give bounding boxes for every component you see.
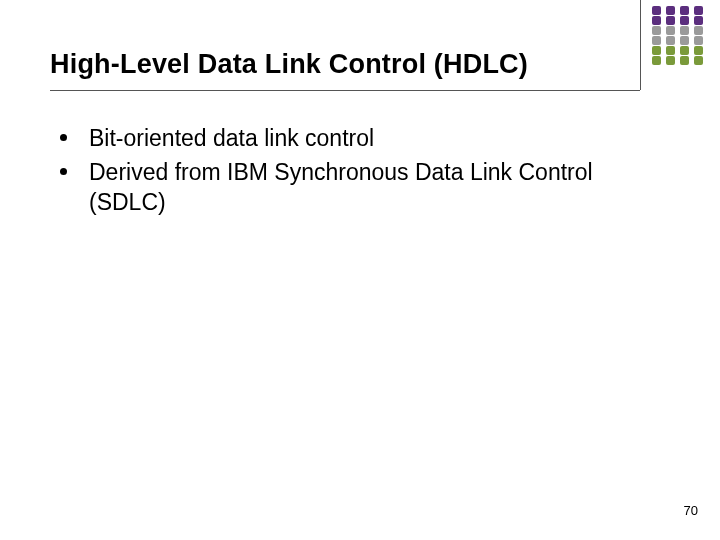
decor-dot (680, 56, 689, 65)
decor-dot (680, 16, 689, 25)
decor-dot (652, 16, 661, 25)
decor-dot (652, 56, 661, 65)
bullet-text: Bit-oriented data link control (89, 124, 374, 154)
decor-dot (666, 6, 675, 15)
decor-dot (666, 56, 675, 65)
bullet-icon (60, 134, 67, 141)
corner-dot-grid (652, 6, 706, 66)
decor-dot (694, 16, 703, 25)
slide-title: High-Level Data Link Control (HDLC) (50, 48, 610, 80)
decor-dot (694, 56, 703, 65)
bullet-text: Derived from IBM Synchronous Data Link C… (89, 158, 620, 218)
decor-dot (666, 46, 675, 55)
page-number: 70 (684, 503, 698, 518)
decor-dot (666, 16, 675, 25)
decor-dot (694, 46, 703, 55)
list-item: Derived from IBM Synchronous Data Link C… (60, 158, 620, 218)
bullet-icon (60, 168, 67, 175)
title-rule-vertical (640, 0, 641, 90)
title-rule (50, 90, 640, 91)
title-wrap: High-Level Data Link Control (HDLC) (50, 48, 610, 80)
decor-dot (694, 6, 703, 15)
list-item: Bit-oriented data link control (60, 124, 620, 154)
decor-dot (652, 26, 661, 35)
decor-dot (652, 36, 661, 45)
decor-dot (680, 26, 689, 35)
decor-dot (680, 6, 689, 15)
slide: High-Level Data Link Control (HDLC) Bit-… (0, 0, 720, 540)
decor-dot (694, 26, 703, 35)
decor-dot (680, 36, 689, 45)
decor-dot (652, 6, 661, 15)
decor-dot (652, 46, 661, 55)
bullet-list: Bit-oriented data link control Derived f… (60, 124, 620, 222)
decor-dot (666, 36, 675, 45)
decor-dot (680, 46, 689, 55)
decor-dot (666, 26, 675, 35)
decor-dot (694, 36, 703, 45)
